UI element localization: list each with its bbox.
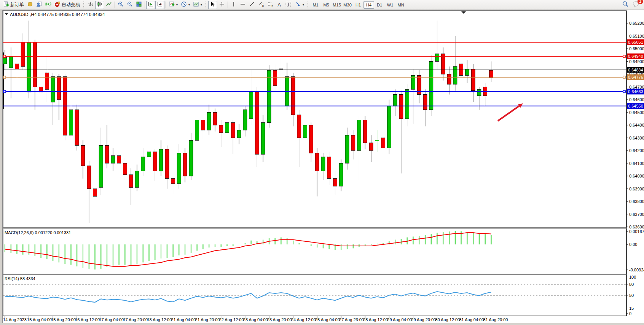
- svg-text:0.65100: 0.65100: [629, 34, 644, 38]
- chart-shift-button[interactable]: [155, 1, 164, 9]
- fibonacci-tool-button[interactable]: F: [266, 1, 275, 9]
- bar-chart-type-button[interactable]: [86, 1, 95, 9]
- timeframe-m15-button[interactable]: M15: [332, 1, 342, 9]
- price-badge-0.64776: 0.64776: [627, 75, 644, 80]
- time-axis: 14 Aug 202315 Aug 04:0015 Aug 20:0016 Au…: [3, 316, 508, 322]
- zoom-in-button[interactable]: [116, 1, 125, 9]
- timeframe-w1-button[interactable]: W1: [385, 1, 395, 9]
- trendline-tool-button[interactable]: [247, 1, 257, 9]
- new-order-icon: [3, 1, 9, 8]
- indicators-caret-icon: ▾: [176, 3, 178, 6]
- cursor-tool-button[interactable]: [208, 1, 217, 9]
- main-toolbar: 新订单 自动交易 ▾ ▾: [0, 0, 644, 10]
- svg-text:80: 80: [629, 282, 634, 287]
- vertical-line-tool-button[interactable]: [229, 1, 238, 9]
- crosshair-icon: [219, 1, 225, 8]
- chart-window[interactable]: 0.652000.651000.650000.649000.648000.647…: [0, 10, 644, 325]
- equidistant-channel-icon: E: [258, 1, 264, 8]
- signal-icon: [45, 1, 51, 8]
- time-label: 24 Aug 12:00: [291, 317, 316, 322]
- templates-button[interactable]: ▾: [191, 1, 204, 9]
- svg-text:100: 100: [629, 275, 636, 279]
- periods-button[interactable]: ▾: [179, 1, 191, 9]
- line-handle[interactable]: [3, 76, 6, 78]
- price-badge-0.65051: 0.65051: [627, 39, 644, 45]
- svg-text:0.63800: 0.63800: [629, 199, 644, 204]
- timeframe-d1-button[interactable]: D1: [374, 1, 385, 9]
- candlestick-chart-type-button[interactable]: [95, 1, 104, 9]
- crosshair-tool-button[interactable]: [217, 1, 226, 9]
- svg-text:0.64200: 0.64200: [629, 148, 644, 153]
- channel-tool-button[interactable]: E: [257, 1, 266, 9]
- timeframe-m30-button[interactable]: M30: [342, 1, 353, 9]
- accounts-button[interactable]: [35, 1, 44, 9]
- svg-text:0.64600: 0.64600: [629, 97, 644, 102]
- line-handle[interactable]: [3, 90, 6, 93]
- chart-canvas[interactable]: 0.652000.651000.650000.649000.648000.647…: [0, 10, 644, 325]
- arrows-tool-button[interactable]: ▾: [293, 1, 306, 9]
- time-label: 15 Aug 20:00: [51, 317, 76, 322]
- periods-caret-icon: ▾: [188, 3, 190, 6]
- notifications-button[interactable]: 1: [633, 1, 640, 9]
- search-icon[interactable]: [622, 1, 629, 9]
- templates-icon: [193, 1, 199, 8]
- price-badge-0.64940: 0.64940: [627, 54, 644, 59]
- toolbar-grip[interactable]: [206, 2, 207, 8]
- timeframe-h1-button[interactable]: H1: [353, 1, 363, 9]
- templates-caret-icon: ▾: [201, 3, 202, 6]
- svg-text:0.64834: 0.64834: [628, 68, 643, 72]
- line-chart-type-button[interactable]: [104, 1, 113, 9]
- new-order-button[interactable]: 新订单: [2, 1, 26, 9]
- svg-text:0.64400: 0.64400: [629, 123, 644, 127]
- fibonacci-icon: F: [267, 1, 273, 8]
- time-label: 16 Aug 12:00: [75, 317, 100, 322]
- line-handle[interactable]: [623, 55, 625, 57]
- time-label: 14 Aug 2023: [3, 317, 27, 322]
- line-handle[interactable]: [623, 90, 625, 93]
- zoom-out-icon: [127, 1, 133, 8]
- zoom-out-button[interactable]: [125, 1, 134, 9]
- line-handle[interactable]: [3, 55, 6, 57]
- terminal-button[interactable]: [26, 1, 35, 9]
- svg-text:0.001673: 0.001673: [629, 229, 644, 234]
- svg-text:0.64900: 0.64900: [629, 59, 644, 64]
- auto-scroll-button[interactable]: [146, 1, 155, 9]
- horizontal-line-icon: [240, 1, 246, 8]
- arrows-icon: [295, 1, 301, 8]
- time-label: 30 Aug 12:00: [435, 317, 460, 322]
- horizontal-line-tool-button[interactable]: [238, 1, 247, 9]
- indicators-button[interactable]: ▾: [167, 1, 179, 9]
- auto-trading-button[interactable]: 自动交易: [53, 1, 81, 9]
- timeframe-m5-button[interactable]: M5: [321, 1, 332, 9]
- time-label: 17 Aug 04:00: [99, 317, 124, 322]
- timeframe-h4-button[interactable]: H4: [363, 1, 374, 9]
- timeframe-m1-button[interactable]: M1: [310, 1, 321, 9]
- symbol-ohlc-title: AUDUSD-,H4 0.64775 0.64835 0.64774 0.648…: [10, 12, 105, 17]
- svg-text:0.00: 0.00: [629, 242, 637, 247]
- text-tool-icon: A: [277, 2, 281, 8]
- label-tool-button[interactable]: T: [284, 1, 293, 9]
- candlestick-icon: [97, 1, 103, 8]
- svg-text:0.64700: 0.64700: [629, 85, 644, 89]
- indicators-icon: [169, 1, 175, 8]
- time-label: 23 Aug 20:00: [267, 317, 292, 322]
- signals-button[interactable]: [44, 1, 53, 9]
- svg-text:0.65000: 0.65000: [629, 46, 644, 51]
- toolbar-grip[interactable]: [83, 2, 84, 8]
- line-handle[interactable]: [623, 76, 625, 78]
- person-icon: [36, 1, 42, 8]
- trendline-icon: [249, 1, 255, 8]
- toolbar-grip[interactable]: [308, 2, 309, 8]
- time-label: 21 Aug 20:00: [195, 317, 220, 322]
- text-tool-button[interactable]: A: [275, 1, 284, 9]
- svg-text:-0.003249: -0.003249: [629, 268, 644, 272]
- tile-windows-icon: [136, 1, 142, 8]
- svg-text:0.64940: 0.64940: [628, 54, 643, 59]
- label-tool-icon: T: [285, 1, 292, 8]
- timeframe-mn-button[interactable]: MN: [395, 1, 406, 9]
- tile-windows-button[interactable]: [134, 1, 143, 9]
- macd-pane[interactable]: [3, 229, 626, 274]
- clock-icon: [181, 1, 187, 8]
- line-chart-icon: [106, 1, 112, 8]
- cursor-icon: [210, 1, 216, 8]
